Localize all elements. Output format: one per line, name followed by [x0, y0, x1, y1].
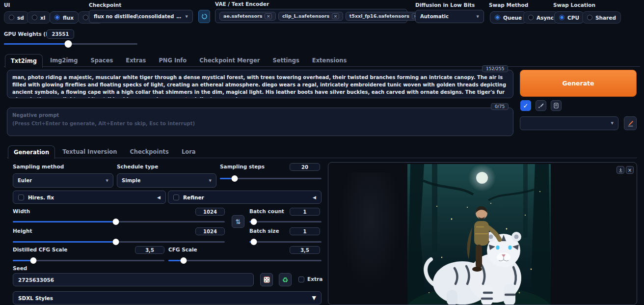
vae-token[interactable]: ae.safetensors × [219, 12, 276, 21]
refresh-icon [201, 13, 208, 20]
ui-option-label: flux [63, 15, 74, 21]
vae-token-field[interactable]: ae.safetensors × clip_L.safetensors × t5… [215, 9, 407, 23]
vae-token[interactable]: t5xxl_fp16.safetensors × [346, 12, 423, 21]
tab-generation[interactable]: Generation [8, 145, 55, 159]
checkpoint-refresh-button[interactable] [198, 10, 210, 23]
collapse-icon[interactable]: ◀ [313, 195, 316, 200]
radio-icon [9, 15, 14, 20]
expand-icon[interactable]: ▼ [312, 295, 316, 301]
tab-png-info[interactable]: PNG Info [153, 54, 192, 68]
remove-token-icon[interactable]: × [265, 13, 272, 19]
collapse-icon[interactable]: ◀ [157, 195, 161, 200]
batch-count-value[interactable]: 1 [290, 208, 320, 216]
generated-image[interactable] [407, 164, 551, 305]
negative-prompt-input[interactable]: Negative prompt (Press Ctrl+Enter to gen… [7, 108, 513, 136]
close-image-button[interactable]: × [626, 166, 634, 174]
slider-thumb[interactable] [112, 219, 119, 225]
slider-thumb[interactable] [250, 239, 257, 245]
ui-option-sd[interactable]: sd [4, 11, 29, 24]
app-root: UI sd xl flux all Checkpoint flux no dis… [0, 0, 644, 305]
reuse-seed-button[interactable]: ♻ [279, 273, 292, 286]
low-bits-dropdown[interactable]: Automatic ▼ [415, 10, 484, 23]
tab-extensions[interactable]: Extensions [307, 54, 352, 68]
download-image-button[interactable] [617, 166, 624, 174]
width-value[interactable]: 1024 [195, 208, 225, 216]
distilled-cfg-label: Distilled CFG Scale [13, 247, 67, 252]
chevron-down-icon: ▼ [474, 15, 479, 19]
option-label: Queue [503, 15, 522, 21]
output-image-panel: × [328, 162, 637, 305]
sdxl-styles-accordion[interactable]: SDXL Styles ▼ [13, 291, 322, 305]
swap-location-shared[interactable]: Shared [582, 11, 621, 24]
cfg-scale-slider[interactable] [168, 257, 322, 264]
sdxl-styles-label: SDXL Styles [18, 295, 53, 301]
cfg-scale-value[interactable]: 3,5 [290, 246, 320, 254]
notepad-button[interactable] [551, 100, 562, 111]
tab-checkpoints[interactable]: Checkpoints [124, 145, 174, 159]
hires-fix-checkbox[interactable] [18, 194, 24, 200]
vae-label: VAE / Text Encoder [215, 1, 269, 7]
batch-size-value[interactable]: 1 [290, 227, 320, 235]
prompt-highlighted-word: mans's [170, 97, 189, 98]
extra-seed-checkbox[interactable] [298, 277, 304, 282]
sampling-method-dropdown[interactable]: Euler ▼ [13, 173, 113, 188]
tab-img2img[interactable]: Img2img [45, 54, 83, 68]
schedule-type-label: Schedule type [117, 164, 158, 169]
batch-count-slider[interactable] [249, 218, 322, 225]
tab-spaces[interactable]: Spaces [85, 54, 119, 68]
generate-button[interactable]: Generate [520, 70, 637, 97]
tab-txt2img[interactable]: Txt2img [5, 54, 43, 68]
slider-thumb[interactable] [30, 257, 36, 264]
paintbrush-icon [538, 103, 544, 109]
gpu-weights-value[interactable]: 23551 [47, 29, 74, 39]
gpu-weights-slider[interactable] [4, 40, 137, 47]
swap-method-async[interactable]: Async [523, 11, 559, 24]
prompt-input[interactable]: man, photo riding a majestic, muscular w… [7, 70, 513, 98]
tab-lora[interactable]: Lora [176, 145, 201, 159]
edit-styles-button[interactable] [624, 116, 637, 130]
paintbrush-button[interactable] [536, 100, 546, 111]
swap-dimensions-button[interactable]: ⇅ [232, 215, 244, 228]
checkpoint-dropdown[interactable]: flux no distilled\consolidated_s6700_fp8… [89, 10, 193, 23]
slider-thumb[interactable] [181, 257, 187, 264]
distilled-cfg-value[interactable]: 3,5 [135, 246, 164, 254]
radio-icon [32, 15, 37, 20]
refiner-checkbox[interactable] [173, 194, 179, 200]
ui-option-label: xl [40, 15, 45, 21]
slider-fill [13, 221, 116, 222]
refiner-accordion[interactable]: Refiner ◀ [168, 191, 322, 204]
styles-dropdown[interactable]: ▼ [520, 116, 618, 130]
main-tab-bar: Txt2img Img2img Spaces Extras PNG Info C… [5, 54, 352, 68]
seed-input[interactable] [13, 273, 254, 286]
pencil-icon [627, 120, 634, 127]
tab-extras[interactable]: Extras [120, 54, 151, 68]
toggle-checked-button[interactable]: ✓ [520, 100, 531, 111]
tab-settings[interactable]: Settings [268, 54, 305, 68]
tab-textual-inversion[interactable]: Textual Inversion [57, 145, 122, 159]
slider-thumb[interactable] [64, 40, 72, 48]
slider-thumb[interactable] [232, 175, 238, 182]
slider-thumb[interactable] [250, 219, 257, 225]
remove-token-icon[interactable]: × [332, 13, 339, 19]
hires-fix-accordion[interactable]: Hires. fix ◀ [13, 191, 166, 204]
swap-location-cpu[interactable]: CPU [554, 11, 584, 24]
random-seed-button[interactable] [260, 273, 273, 286]
sampling-steps-value[interactable]: 20 [290, 163, 320, 171]
sampling-steps-label: Sampling steps [220, 164, 265, 169]
height-slider[interactable] [13, 238, 225, 245]
gen-tab-underline [7, 158, 637, 158]
batch-size-slider[interactable] [249, 238, 322, 245]
width-slider[interactable] [13, 218, 225, 225]
height-value[interactable]: 1024 [195, 227, 225, 235]
tab-checkpoint-merger[interactable]: Checkpoint Merger [194, 54, 265, 68]
swap-method-queue[interactable]: Queue [490, 11, 527, 24]
slider-thumb[interactable] [112, 239, 119, 245]
vae-token[interactable]: clip_L.safetensors × [278, 12, 343, 21]
schedule-type-dropdown[interactable]: Simple ▼ [117, 173, 216, 188]
ui-option-flux[interactable]: flux [50, 11, 79, 24]
ui-option-xl[interactable]: xl [27, 11, 50, 24]
distilled-cfg-slider[interactable] [13, 257, 164, 264]
sampling-steps-slider[interactable] [220, 175, 322, 182]
chevron-down-icon: ▼ [183, 15, 188, 19]
height-label: Height [13, 228, 32, 234]
